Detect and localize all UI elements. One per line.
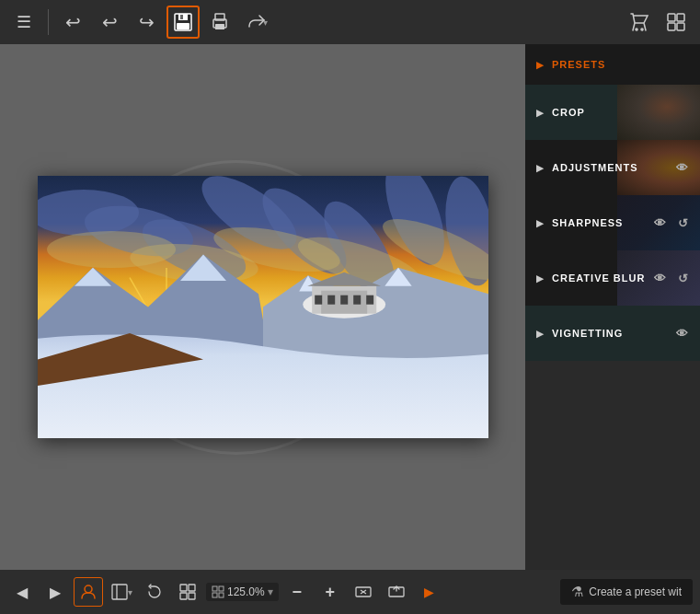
- person-button[interactable]: [74, 577, 103, 607]
- svg-rect-12: [112, 585, 127, 599]
- svg-rect-17: [189, 593, 195, 599]
- zoom-in-icon: +: [325, 583, 335, 602]
- compare-arrow: ▾: [128, 587, 132, 597]
- compare-button[interactable]: ▾: [107, 577, 136, 607]
- svg-rect-19: [219, 586, 224, 591]
- create-preset-button[interactable]: ⚗ Create a preset wit: [560, 579, 693, 605]
- print-button[interactable]: [203, 6, 236, 39]
- panel-filler: [525, 361, 700, 570]
- save-icon: [173, 12, 193, 32]
- grid-view-button[interactable]: [660, 6, 693, 39]
- canvas-area: [0, 44, 525, 570]
- redo-button[interactable]: ↪: [130, 6, 163, 39]
- adjustments-arrow: ▶: [536, 163, 545, 173]
- presets-label: ▶ PRESETS: [525, 44, 700, 85]
- hamburger-button[interactable]: ☰: [7, 6, 40, 39]
- prev-icon: ◀: [17, 584, 28, 601]
- beaker-icon: ⚗: [571, 584, 583, 600]
- aspect-icon: [355, 584, 372, 600]
- svg-rect-14: [180, 585, 187, 591]
- sharpness-reset-icon: ↺: [678, 216, 689, 230]
- svg-rect-3: [180, 15, 183, 19]
- grid2-icon: [179, 584, 196, 600]
- grid2-button[interactable]: [173, 577, 202, 607]
- svg-rect-2: [177, 23, 189, 29]
- hamburger-icon: ☰: [17, 12, 31, 32]
- vignetting-label: ▶ VIGNETTING 👁: [525, 312, 700, 355]
- bottom-right: ⚗ Create a preset wit: [560, 579, 693, 605]
- svg-rect-6: [215, 24, 224, 29]
- history-button[interactable]: [140, 577, 169, 607]
- sharpness-eye-icon: 👁: [654, 216, 667, 230]
- aspect-button[interactable]: [349, 577, 378, 607]
- share-button[interactable]: ▾: [240, 6, 273, 39]
- svg-rect-16: [180, 593, 187, 599]
- bottom-toolbar: ◀ ▶ ▾ 125.0: [0, 570, 700, 614]
- export-button[interactable]: [382, 577, 411, 607]
- sharpness-arrow: ▶: [536, 218, 545, 228]
- share-arrow: ▾: [263, 17, 268, 28]
- svg-rect-20: [212, 593, 217, 597]
- panel-item-vignetting[interactable]: ▶ VIGNETTING 👁: [525, 306, 700, 361]
- prev-button[interactable]: ◀: [7, 577, 37, 607]
- undo-button[interactable]: ↩: [56, 6, 89, 39]
- zoom-value: 125.0%: [227, 585, 265, 598]
- photo-canvas: [38, 176, 488, 438]
- presets-arrow: ▶: [536, 60, 545, 70]
- svg-rect-7: [668, 14, 675, 21]
- history-icon: [146, 584, 163, 600]
- next-button[interactable]: ▶: [40, 577, 70, 607]
- panel-item-presets[interactable]: ▶ PRESETS: [525, 44, 700, 85]
- preset-label: Create a preset wit: [589, 585, 682, 598]
- sharpness-label: ▶ SHARPNESS 👁 ↺: [525, 202, 700, 245]
- svg-rect-21: [219, 593, 224, 597]
- creative-blur-reset-icon: ↺: [678, 272, 689, 285]
- creative-blur-eye-icon: 👁: [654, 272, 667, 285]
- panel-item-creative-blur[interactable]: ▶ CREATIVE BLUR 👁 ↺: [525, 250, 700, 306]
- adjustments-eye-icon: 👁: [676, 161, 689, 175]
- svg-rect-8: [677, 14, 684, 21]
- undo2-button[interactable]: ↩: [93, 6, 126, 39]
- svg-rect-9: [668, 23, 675, 30]
- svg-rect-15: [189, 585, 195, 591]
- zoom-out-button[interactable]: −: [282, 577, 312, 607]
- crop-label: ▶ CROP: [525, 92, 700, 133]
- svg-point-11: [85, 585, 92, 593]
- panel-item-adjustments[interactable]: ▶ ADJUSTMENTS 👁: [525, 140, 700, 195]
- panel-item-crop[interactable]: ▶ CROP: [525, 85, 700, 140]
- creative-blur-label: ▶ CREATIVE BLUR 👁 ↺: [525, 257, 700, 300]
- main-area: ▶ PRESETS ▶ CROP ▶ ADJUSTMENTS 👁 ▶: [0, 44, 700, 570]
- vignetting-eye-icon: 👁: [676, 327, 689, 341]
- export-icon: [388, 584, 405, 600]
- zoom-display: 125.0% ▾: [206, 583, 279, 601]
- undo2-icon: ↩: [102, 11, 118, 33]
- zoom-in-button[interactable]: +: [316, 577, 345, 607]
- photo-container: [38, 176, 488, 438]
- adjustments-label: ▶ ADJUSTMENTS 👁: [525, 146, 700, 190]
- zoom-out-icon: −: [292, 583, 302, 602]
- separator-1: [48, 9, 49, 35]
- undo-icon: ↩: [65, 11, 81, 33]
- zoom-dropdown-arrow: ▾: [268, 585, 273, 598]
- zoom-grid-icon: [212, 585, 224, 598]
- save-button[interactable]: [166, 6, 200, 39]
- crop-arrow: ▶: [536, 108, 545, 118]
- person-icon: [80, 584, 97, 600]
- print-icon: [210, 12, 230, 32]
- orange-arrow-button[interactable]: ▶: [415, 577, 444, 607]
- grid-icon: [666, 12, 686, 32]
- top-toolbar: ☰ ↩ ↩ ↪ ▾: [0, 0, 700, 44]
- svg-rect-10: [677, 23, 684, 30]
- orange-arrow-icon: ▶: [424, 585, 434, 599]
- creative-blur-arrow: ▶: [536, 273, 545, 284]
- vignetting-arrow: ▶: [536, 329, 545, 339]
- cart-button[interactable]: [623, 6, 656, 39]
- right-panel: ▶ PRESETS ▶ CROP ▶ ADJUSTMENTS 👁 ▶: [525, 44, 700, 570]
- next-icon: ▶: [50, 584, 61, 601]
- redo-icon: ↪: [139, 11, 155, 33]
- cart-icon: [628, 11, 650, 33]
- panel-item-sharpness[interactable]: ▶ SHARPNESS 👁 ↺: [525, 195, 700, 250]
- compare-icon: [111, 584, 128, 600]
- svg-rect-18: [212, 586, 217, 591]
